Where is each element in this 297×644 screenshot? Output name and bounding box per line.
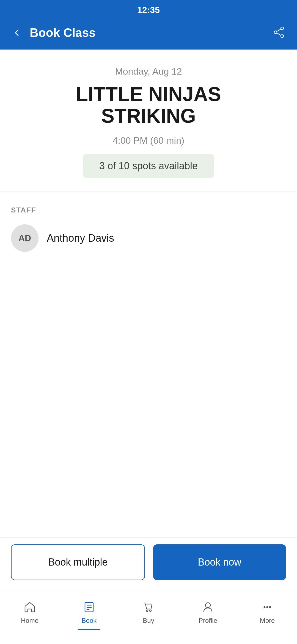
back-button[interactable] <box>10 26 24 40</box>
staff-avatar: AD <box>11 224 38 252</box>
svg-line-4 <box>277 33 281 35</box>
action-buttons: Book multiple Book now <box>0 537 297 590</box>
svg-point-14 <box>269 606 271 608</box>
nav-buy-label: Buy <box>143 617 154 624</box>
share-button[interactable] <box>271 24 287 41</box>
spots-available-badge: 3 of 10 spots available <box>83 154 214 178</box>
staff-section: STAFF AD Anthony Davis <box>0 192 297 266</box>
staff-member: AD Anthony Davis <box>11 224 286 252</box>
class-name: LITTLE NINJAS STRIKING <box>11 83 286 127</box>
home-icon <box>23 600 37 614</box>
class-date: Monday, Aug 12 <box>11 66 286 77</box>
header-left: Book Class <box>10 26 96 40</box>
svg-point-12 <box>264 606 266 608</box>
status-bar: 12:35 <box>0 0 297 18</box>
staff-name: Anthony Davis <box>47 232 114 244</box>
svg-point-1 <box>274 31 277 34</box>
svg-point-9 <box>146 610 148 612</box>
book-now-button[interactable]: Book now <box>153 544 286 580</box>
nav-more[interactable]: More <box>238 596 297 633</box>
more-icon <box>260 600 274 614</box>
staff-section-label: STAFF <box>11 206 286 214</box>
svg-point-13 <box>266 606 268 608</box>
nav-profile[interactable]: Profile <box>178 596 238 633</box>
svg-line-3 <box>277 29 281 31</box>
main-content: Monday, Aug 12 LITTLE NINJAS STRIKING 4:… <box>0 50 297 590</box>
svg-point-0 <box>281 27 284 30</box>
bottom-nav: Home Book Buy <box>0 590 297 644</box>
buy-icon <box>142 600 155 614</box>
nav-book[interactable]: Book <box>59 596 119 633</box>
book-icon <box>82 600 96 614</box>
header: Book Class <box>0 18 297 50</box>
status-time: 12:35 <box>137 5 160 15</box>
class-info-section: Monday, Aug 12 LITTLE NINJAS STRIKING 4:… <box>0 50 297 192</box>
svg-point-11 <box>205 603 210 608</box>
svg-point-2 <box>281 35 284 37</box>
book-multiple-button[interactable]: Book multiple <box>11 544 145 580</box>
profile-icon <box>201 600 215 614</box>
nav-more-label: More <box>260 617 275 624</box>
content-spacer <box>0 266 297 537</box>
svg-point-10 <box>150 610 151 612</box>
class-time: 4:00 PM (60 min) <box>11 135 286 146</box>
page-title: Book Class <box>30 26 96 40</box>
nav-book-indicator <box>78 629 100 630</box>
nav-home-label: Home <box>21 617 38 624</box>
nav-book-label: Book <box>82 617 97 624</box>
nav-buy[interactable]: Buy <box>119 596 178 633</box>
nav-profile-label: Profile <box>199 617 217 624</box>
nav-home[interactable]: Home <box>0 596 59 633</box>
